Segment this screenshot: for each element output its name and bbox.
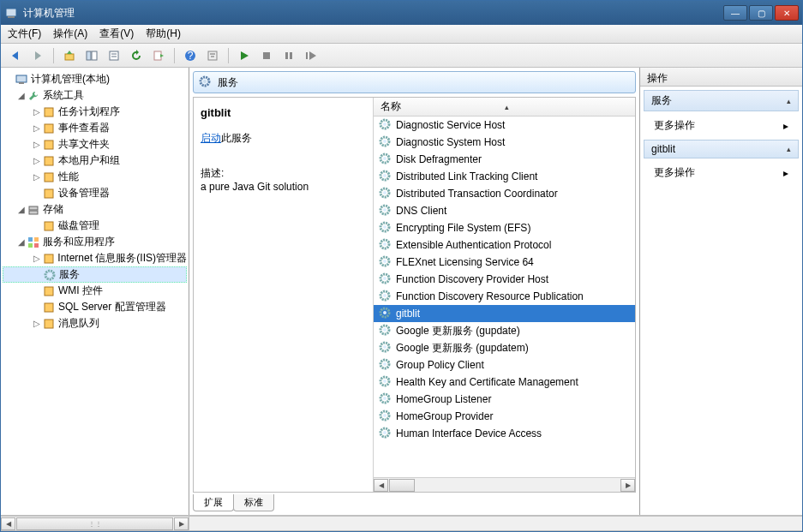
close-button[interactable]: ✕ [775, 5, 799, 21]
service-row[interactable]: Function Discovery Resource Publication [374, 288, 635, 305]
svg-rect-29 [45, 157, 53, 165]
description-label: 描述: [201, 166, 366, 181]
service-row[interactable]: Google 更新服务 (gupdatem) [374, 339, 635, 356]
service-row[interactable]: Disk Defragmenter [374, 151, 635, 168]
svg-rect-26 [45, 108, 53, 117]
service-row[interactable]: DNS Client [374, 202, 635, 219]
svg-rect-34 [45, 222, 53, 230]
tree-item[interactable]: SQL Server 配置管理器 [3, 299, 187, 315]
service-pause-button[interactable] [279, 46, 298, 65]
service-restart-button[interactable] [302, 46, 321, 65]
service-icon [379, 358, 393, 372]
service-row[interactable]: FLEXnet Licensing Service 64 [374, 254, 635, 271]
item-icon [42, 154, 56, 168]
service-row[interactable]: Distributed Link Tracking Client [374, 168, 635, 185]
service-icon [379, 238, 393, 252]
refresh-button[interactable] [127, 46, 146, 65]
tree-item[interactable]: ▷Internet 信息服务(IIS)管理器 [3, 250, 187, 266]
tree-item[interactable]: ▷事件查看器 [3, 120, 187, 136]
menu-file[interactable]: 文件(F) [8, 27, 41, 41]
actions-section-services[interactable]: 服务▴ [644, 90, 799, 111]
menu-view[interactable]: 查看(V) [99, 27, 134, 41]
service-row[interactable]: Function Discovery Provider Host [374, 271, 635, 288]
tree-item[interactable]: 磁盘管理 [3, 218, 187, 234]
tree-item[interactable]: WMI 控件 [3, 283, 187, 299]
column-header-name[interactable]: 名称 ▴ [374, 98, 635, 117]
more-actions-selected[interactable]: 更多操作▸ [640, 162, 802, 183]
tree-item[interactable]: ▷消息队列 [3, 315, 187, 332]
service-stop-button[interactable] [257, 46, 276, 65]
scroll-thumb[interactable] [389, 479, 415, 492]
item-icon [42, 105, 56, 119]
menu-action[interactable]: 操作(A) [53, 27, 87, 41]
service-row[interactable]: gitblit [374, 305, 635, 322]
nav-back-button[interactable] [6, 46, 25, 65]
tree-item[interactable]: ▷本地用户和组 [3, 152, 187, 169]
help-button[interactable]: ? [181, 46, 200, 65]
svg-point-68 [383, 294, 387, 297]
item-icon [42, 122, 56, 135]
tree-item[interactable]: ▷性能 [3, 169, 187, 185]
scroll-thumb[interactable]: ⋮⋮ [16, 517, 173, 530]
service-row[interactable]: Distributed Transaction Coordinator [374, 185, 635, 202]
tree-item[interactable]: 设备管理器 [3, 185, 187, 201]
service-row[interactable]: HomeGroup Listener [374, 391, 635, 408]
tree-root[interactable]: 计算机管理(本地) [3, 71, 187, 87]
more-actions-services[interactable]: 更多操作▸ [640, 115, 802, 136]
tab-extended[interactable]: 扩展 [193, 494, 234, 511]
start-service-link[interactable]: 启动 [201, 132, 221, 144]
svg-rect-6 [87, 51, 91, 60]
tree-group-services-apps[interactable]: ◢服务和应用程序 [3, 234, 187, 250]
item-icon [42, 187, 56, 200]
service-row[interactable]: Human Interface Device Access [374, 425, 635, 442]
horizontal-scrollbar[interactable]: ◀ ▶ [374, 477, 635, 492]
scroll-right-button[interactable]: ▶ [174, 517, 189, 530]
svg-rect-21 [290, 52, 292, 59]
service-row[interactable]: Group Policy Client [374, 356, 635, 374]
service-icon [379, 135, 393, 149]
svg-marker-23 [309, 51, 316, 60]
tab-standard[interactable]: 标准 [233, 494, 274, 511]
scroll-right-button[interactable]: ▶ [620, 479, 635, 492]
service-row[interactable]: Diagnostic Service Host [374, 117, 635, 134]
tree-item[interactable]: 服务 [3, 266, 187, 283]
svg-marker-3 [35, 51, 41, 60]
filter-button[interactable] [203, 46, 222, 65]
svg-point-41 [48, 273, 51, 277]
nav-forward-button[interactable] [28, 46, 47, 65]
service-row[interactable]: Encrypting File System (EFS) [374, 219, 635, 236]
service-row[interactable]: Google 更新服务 (gupdate) [374, 322, 635, 339]
svg-point-72 [383, 328, 387, 332]
svg-rect-44 [45, 320, 53, 328]
service-icon [379, 341, 393, 355]
wrench-icon [27, 89, 40, 103]
service-icon [379, 307, 393, 320]
scroll-left-button[interactable]: ◀ [374, 479, 388, 492]
tree-group-system-tools[interactable]: ◢系统工具 [3, 87, 187, 104]
tree-horizontal-scrollbar[interactable]: ◀ ⋮⋮ ▶ [1, 517, 189, 530]
show-hide-tree-button[interactable] [82, 46, 101, 65]
service-start-button[interactable] [235, 46, 254, 65]
service-row[interactable]: Health Key and Certificate Management [374, 374, 635, 391]
tree-group-storage[interactable]: ◢存储 [3, 201, 187, 218]
service-row[interactable]: Diagnostic System Host [374, 134, 635, 151]
scroll-left-button[interactable]: ◀ [1, 517, 15, 530]
up-button[interactable] [60, 46, 79, 65]
minimize-button[interactable]: — [723, 5, 747, 21]
tree-item[interactable]: ▷任务计划程序 [3, 104, 187, 120]
list-rows[interactable]: Diagnostic Service HostDiagnostic System… [374, 117, 635, 477]
service-row[interactable]: Extensible Authentication Protocol [374, 236, 635, 254]
service-icon [379, 255, 393, 269]
svg-point-62 [383, 242, 387, 246]
export-button[interactable] [149, 46, 168, 65]
actions-section-selected[interactable]: gitblit▴ [644, 140, 799, 158]
tree-item[interactable]: ▷共享文件夹 [3, 136, 187, 152]
item-icon [42, 219, 56, 233]
tree-pane: 计算机管理(本地) ◢系统工具 ▷任务计划程序▷事件查看器▷共享文件夹▷本地用户… [1, 68, 189, 515]
properties-button[interactable] [105, 46, 123, 65]
svg-rect-38 [34, 243, 39, 248]
item-icon [42, 170, 56, 184]
service-row[interactable]: HomeGroup Provider [374, 408, 635, 425]
maximize-button[interactable]: ▢ [749, 5, 773, 21]
menu-help[interactable]: 帮助(H) [146, 27, 181, 41]
